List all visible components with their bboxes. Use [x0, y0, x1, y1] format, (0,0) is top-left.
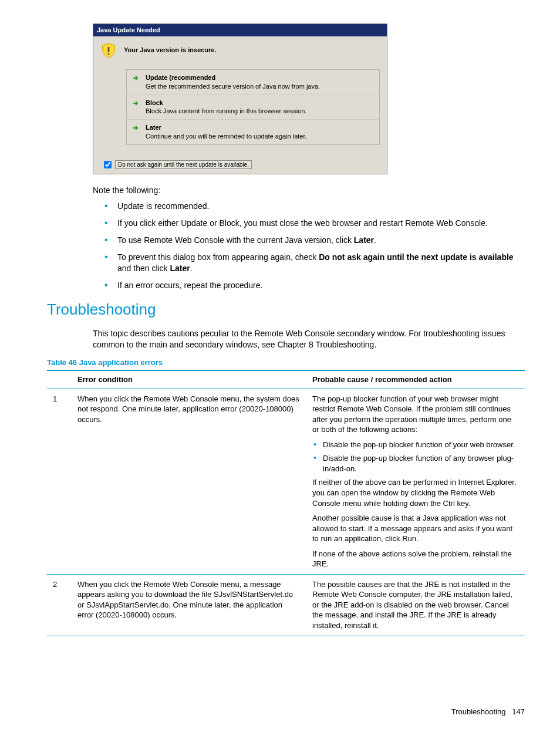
section-heading: Troubleshooting	[47, 299, 525, 320]
insecure-text: Your Java version is insecure.	[124, 46, 217, 55]
dialog-title: Java Update Needed	[93, 24, 387, 36]
warning-shield-icon	[100, 42, 117, 59]
list-item: If you click either Update or Block, you…	[104, 218, 525, 229]
svg-rect-0	[108, 47, 110, 52]
option-title: Block	[146, 99, 307, 107]
list-item: If an error occurs, repeat the procedure…	[104, 280, 525, 291]
svg-rect-1	[108, 53, 110, 55]
list-item: To prevent this dialog box from appearin…	[104, 252, 525, 274]
option-title: Later	[146, 123, 307, 132]
note-list: Update is recommended. If you click eith…	[104, 201, 525, 291]
table-caption: Table 46 Java application errors	[47, 357, 525, 368]
options-box: Update (recommended Get the recommended …	[126, 69, 380, 145]
th-blank	[47, 370, 72, 389]
list-item: Disable the pop-up blocker function of y…	[312, 440, 519, 450]
section-desc: This topic describes cautions peculiar t…	[93, 328, 525, 350]
java-update-dialog: Java Update Needed Your Java version is …	[93, 23, 387, 174]
row-num: 2	[47, 574, 72, 636]
row-action: The possible causes are that the JRE is …	[306, 574, 525, 636]
option-desc: Get the recommended secure version of Ja…	[146, 82, 320, 91]
list-item: Disable the pop-up blocker function of a…	[312, 453, 519, 474]
option-title: Update (recommended	[146, 73, 320, 82]
note-lead: Note the following:	[93, 185, 525, 196]
th-probable-cause: Probable cause / recommended action	[306, 370, 525, 389]
row-condition: When you click the Remote Web Console me…	[72, 574, 306, 636]
row-num: 1	[47, 389, 72, 574]
arrow-icon	[133, 124, 140, 131]
table-row: 1 When you click the Remote Web Console …	[47, 389, 525, 574]
row-action: The pop-up blocker function of your web …	[306, 389, 525, 574]
table-row: 2 When you click the Remote Web Console …	[47, 574, 525, 636]
arrow-icon	[133, 75, 140, 82]
arrow-icon	[133, 100, 140, 107]
error-table: Error condition Probable cause / recomme…	[47, 370, 525, 636]
do-not-ask-checkbox[interactable]	[104, 161, 112, 168]
page-footer: Troubleshooting 147	[47, 707, 525, 717]
option-desc: Continue and you will be reminded to upd…	[146, 132, 307, 141]
option-desc: Block Java content from running in this …	[146, 107, 307, 116]
row-condition: When you click the Remote Web Console me…	[72, 389, 306, 574]
list-item: To use Remote Web Console with the curre…	[104, 235, 525, 246]
option-later[interactable]: Later Continue and you will be reminded …	[127, 120, 379, 144]
th-error-condition: Error condition	[72, 370, 306, 389]
footer-label: Troubleshooting	[451, 707, 506, 716]
option-update[interactable]: Update (recommended Get the recommended …	[127, 70, 379, 95]
list-item: Update is recommended.	[104, 201, 525, 212]
footer-page: 147	[512, 707, 525, 716]
option-block[interactable]: Block Block Java content from running in…	[127, 95, 379, 120]
do-not-ask-label: Do not ask again until the next update i…	[115, 160, 252, 170]
